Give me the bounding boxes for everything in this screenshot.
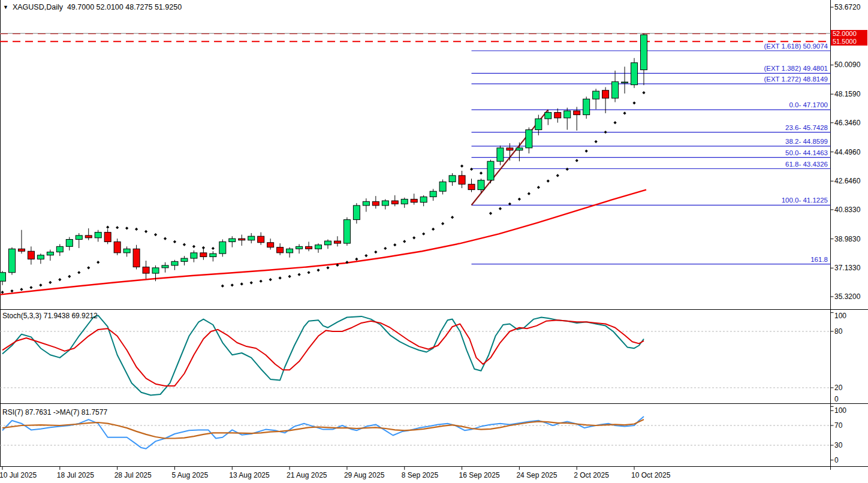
fib-level-label: (EXT 1.272) 48.8149 bbox=[764, 76, 828, 83]
fib-level-label: (EXT 1.618) 50.9074 bbox=[764, 43, 828, 50]
fib-level-label: 50.0- 44.1463 bbox=[785, 149, 828, 156]
price-axis-label: 40.8330 bbox=[834, 206, 861, 214]
sar-dot bbox=[183, 243, 186, 246]
candle-body bbox=[267, 243, 274, 247]
date-axis-label: 28 Jul 2025 bbox=[114, 471, 152, 479]
price-axis[interactable]: 53.672050.009048.159046.346044.496042.64… bbox=[831, 3, 861, 301]
candle-body bbox=[343, 220, 350, 243]
symbol-dropdown-arrow-icon: ▼ bbox=[3, 4, 8, 10]
sar-dot bbox=[384, 247, 387, 250]
price-axis-label: 35.3200 bbox=[834, 292, 861, 301]
sar-dot bbox=[326, 266, 329, 269]
candle-body bbox=[239, 239, 245, 240]
candle-body bbox=[526, 130, 532, 148]
sar-dot bbox=[432, 228, 435, 231]
candle-body bbox=[612, 81, 619, 98]
price-axis-label: 38.9830 bbox=[834, 235, 861, 243]
candle-body bbox=[363, 201, 369, 206]
chart-frame bbox=[0, 0, 868, 470]
candle-body bbox=[296, 246, 303, 249]
date-axis[interactable]: 10 Jul 202518 Jul 202528 Jul 20255 Aug 2… bbox=[0, 467, 671, 479]
sar-dot bbox=[97, 261, 100, 264]
stoch-d-line bbox=[2, 320, 644, 386]
candle-body bbox=[507, 148, 513, 150]
date-axis-label: 13 Aug 2025 bbox=[229, 471, 270, 479]
sar-dot bbox=[58, 278, 61, 281]
sar-dot bbox=[575, 159, 578, 162]
sar-dot bbox=[288, 275, 291, 278]
fib-level-label: 38.2- 44.8599 bbox=[785, 138, 828, 145]
sar-dot bbox=[595, 140, 598, 143]
date-axis-label: 10 Oct 2025 bbox=[631, 471, 671, 479]
price-badge: 51.5000 bbox=[831, 38, 867, 46]
candle-body bbox=[459, 176, 465, 184]
price-axis-label: 46.3460 bbox=[834, 119, 861, 127]
candle-body bbox=[229, 239, 236, 242]
sar-dot bbox=[10, 289, 13, 292]
fib-level-label: 161.8 bbox=[810, 256, 828, 263]
candle-body bbox=[545, 113, 551, 119]
sar-dot bbox=[116, 226, 119, 229]
date-axis-label: 29 Aug 2025 bbox=[344, 471, 385, 479]
candle-body bbox=[391, 201, 398, 204]
candle-body bbox=[631, 63, 638, 85]
sar-dot bbox=[480, 171, 483, 174]
sar-dot bbox=[49, 281, 52, 284]
sar-dot bbox=[355, 258, 358, 261]
ohlc-values: 49.7000 52.0100 48.7275 51.9250 bbox=[67, 3, 182, 11]
sar-dot bbox=[221, 285, 224, 288]
sar-dot bbox=[374, 250, 377, 253]
sar-dot bbox=[164, 237, 167, 240]
date-axis-label: 16 Sep 2025 bbox=[459, 471, 500, 479]
rsi-indicator-label: RSI(7) 87.7631 ->MA(7) 81.7577 bbox=[2, 408, 107, 416]
sar-dot bbox=[39, 283, 42, 286]
candle-body bbox=[28, 251, 34, 259]
sar-dot bbox=[269, 278, 272, 281]
candle-body bbox=[287, 249, 293, 253]
candle-body bbox=[306, 246, 312, 249]
candle-body bbox=[430, 191, 436, 197]
sar-dot bbox=[642, 91, 645, 94]
sar-dot bbox=[173, 240, 176, 243]
price-axis-label: 37.1330 bbox=[834, 264, 861, 272]
sar-dot bbox=[537, 186, 540, 189]
candle-body bbox=[258, 236, 264, 243]
candle-body bbox=[248, 236, 255, 240]
stoch-indicator-label: Stoch(5,3,3) 71.9438 69.9212 bbox=[2, 312, 98, 320]
indicator-scale-label: 0 bbox=[834, 395, 839, 403]
sar-dot bbox=[240, 282, 243, 285]
price-axis-label: 44.4960 bbox=[834, 148, 861, 156]
chart-title: ▼XAGUSD,Daily 49.7000 52.0100 48.7275 51… bbox=[3, 3, 182, 11]
candle-body bbox=[593, 91, 599, 99]
candle-body bbox=[152, 268, 159, 273]
sar-dot bbox=[106, 226, 109, 229]
candle-body bbox=[583, 99, 590, 114]
stoch-k-line bbox=[2, 315, 644, 395]
sar-dot bbox=[307, 271, 310, 274]
candle-body bbox=[411, 199, 417, 202]
sar-dot bbox=[460, 164, 463, 167]
price-axis-label: 42.6460 bbox=[834, 177, 861, 185]
sar-dot bbox=[125, 227, 128, 230]
symbol-name: XAGUSD,Daily bbox=[13, 3, 63, 11]
sar-dot bbox=[192, 245, 195, 248]
sar-dot bbox=[422, 233, 425, 236]
candle-body bbox=[181, 258, 188, 261]
sar-dot bbox=[212, 247, 215, 250]
sar-dots bbox=[1, 91, 645, 294]
candle-body bbox=[564, 111, 571, 118]
sar-dot bbox=[250, 281, 253, 284]
sar-dot bbox=[1, 291, 4, 294]
sar-dot bbox=[403, 240, 406, 243]
candle-body bbox=[200, 253, 207, 257]
candle-body bbox=[277, 247, 284, 253]
candle-body bbox=[324, 241, 331, 245]
price-chart-canvas[interactable]: (EXT 1.618) 50.9074(EXT 1.382) 49.4801(E… bbox=[0, 0, 868, 483]
sar-dot bbox=[412, 236, 415, 239]
horizontal-price-lines bbox=[0, 34, 831, 41]
sar-dot bbox=[202, 246, 205, 249]
candle-body bbox=[114, 242, 120, 252]
date-axis-label: 8 Sep 2025 bbox=[402, 471, 439, 479]
candle-body bbox=[574, 111, 580, 115]
candle-body bbox=[439, 182, 446, 191]
